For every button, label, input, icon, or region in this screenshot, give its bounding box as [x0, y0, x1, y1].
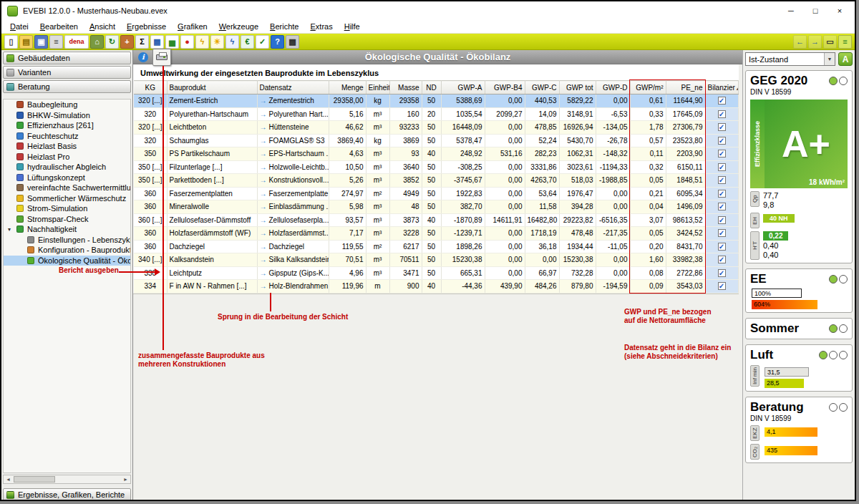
column-header-pe-ne[interactable]: PE_ne	[666, 81, 705, 94]
column-header-nd[interactable]: ND	[422, 81, 441, 94]
column-header-menge[interactable]: Menge	[329, 81, 366, 94]
variant-selector[interactable]: Ist-Zustand ▼	[745, 52, 835, 66]
tree-item-vereinfachte-sachwertermittlung[interactable]: vereinfachte Sachwertermittlung	[4, 183, 130, 193]
tree-item-ökologische-qualität-öko[interactable]: Ökologische Qualität - Öko...	[4, 256, 130, 266]
bilanzier-checkbox[interactable]: ✓	[718, 269, 726, 277]
bilanzier-checkbox[interactable]: ✓	[718, 110, 726, 118]
bilanzier-checkbox[interactable]: ✓	[718, 150, 726, 158]
table-row[interactable]: 360 [...]Zellulosefaser-Dämmstoff→Zellul…	[134, 213, 738, 227]
tree-item-bhkw-simulation[interactable]: BHKW-Simulation	[4, 110, 130, 121]
calculator-icon[interactable]: ▩	[286, 35, 299, 49]
scrollbar-thumb[interactable]	[14, 476, 55, 483]
tools-icon[interactable]: +	[120, 35, 134, 49]
column-header-gwp-tot[interactable]: GWP tot	[559, 81, 596, 94]
bilanzier-checkbox[interactable]: ✓	[718, 243, 726, 251]
table-row[interactable]: 350 [...]Filzunterlage [...]→Holzwolle-L…	[134, 160, 738, 174]
table-row[interactable]: 360Mineralwolle→Einblasdämmung ...5,98m³…	[134, 200, 738, 214]
table-row[interactable]: 334F in AW N - Rahmen [...]→Holz-Blendra…	[134, 280, 738, 294]
jump-to-layer-icon[interactable]: →	[260, 216, 267, 224]
bilanzier-checkbox[interactable]: ✓	[718, 190, 726, 198]
sidebar-section-beratung[interactable]: Beratung	[3, 80, 131, 93]
column-header-gwp-b4[interactable]: GWP-B4	[485, 81, 525, 94]
menu-ansicht[interactable]: Ansicht	[84, 21, 121, 32]
save-icon[interactable]: ▣	[34, 35, 48, 49]
tree-item-sommerlicher-wärmeschutz[interactable]: Sommerlicher Wärmeschutz	[4, 193, 130, 204]
table-row[interactable]: 320Polyurethan-Hartschaum→Polyurethan Ha…	[134, 107, 738, 121]
jump-to-layer-icon[interactable]: →	[260, 269, 267, 277]
new-document-icon[interactable]: ▯	[4, 35, 18, 49]
column-header-masse[interactable]: Masse	[389, 81, 422, 94]
info-icon[interactable]: i	[138, 52, 148, 62]
close-button[interactable]: ×	[828, 3, 852, 19]
column-header-bilanzier[interactable]: Bilanzier ▴	[705, 81, 738, 94]
chart-icon[interactable]: ▅	[165, 35, 179, 49]
jump-to-layer-icon[interactable]: →	[260, 176, 267, 184]
maximize-button[interactable]: □	[803, 3, 828, 19]
house-euro-icon[interactable]: €	[241, 35, 254, 49]
jump-to-layer-icon[interactable]: →	[260, 256, 267, 263]
print-icon[interactable]: ≡	[49, 35, 63, 49]
forward-icon[interactable]: →	[808, 35, 822, 49]
tree-item-lüftungskonzept[interactable]: Lüftungskonzept	[4, 173, 130, 183]
column-header-einheit[interactable]: Einheit	[366, 81, 389, 94]
energy-flash-icon[interactable]: ϟ	[195, 35, 209, 49]
jump-to-layer-icon[interactable]: →	[260, 97, 267, 105]
minimize-button[interactable]: ─	[779, 3, 803, 19]
tree-item-stromspar-check[interactable]: Stromspar-Check	[4, 214, 130, 225]
sum-icon[interactable]: Σ	[135, 35, 149, 49]
report-check-icon[interactable]: ✓	[256, 35, 269, 49]
column-header-bauprodukt[interactable]: Bauprodukt	[167, 81, 257, 94]
tree-item-einstellungen-lebenszyklus[interactable]: Einstellungen - Lebenszyklus	[4, 235, 130, 246]
column-header-kg[interactable]: KG	[134, 81, 167, 94]
refresh-icon[interactable]: ↻	[105, 35, 119, 49]
jump-to-layer-icon[interactable]: →	[260, 150, 267, 158]
help-icon[interactable]: ?	[271, 35, 284, 49]
menu-hilfe[interactable]: Hilfe	[339, 21, 366, 32]
expander-icon[interactable]: ▾	[8, 226, 11, 233]
bilanzier-checkbox[interactable]: ✓	[718, 163, 726, 171]
menu-grafiken[interactable]: Grafiken	[172, 21, 213, 32]
jump-to-layer-icon[interactable]: →	[260, 123, 267, 131]
power-icon[interactable]: ϟ	[225, 35, 239, 49]
table-row[interactable]: 350 [...]Parkettboden [...]→Konstruktion…	[134, 174, 738, 188]
table-row[interactable]: 340 [...]Kalksandstein→Silka Kalksandste…	[134, 253, 738, 267]
jump-to-layer-icon[interactable]: →	[260, 203, 267, 210]
bilanzier-checkbox[interactable]: ✓	[718, 97, 726, 105]
scroll-left-button[interactable]: ◄	[4, 477, 13, 482]
chevron-down-icon[interactable]: ▼	[824, 53, 835, 65]
tree-item-strom-simulation[interactable]: Strom-Simulation	[4, 203, 130, 214]
jump-to-layer-icon[interactable]: →	[260, 137, 267, 145]
bilanzier-checkbox[interactable]: ✓	[718, 123, 726, 131]
dena-logo[interactable]: dena	[64, 35, 89, 49]
column-header-gwp-d[interactable]: GWP-D	[596, 81, 630, 94]
print-report-button[interactable]	[152, 49, 171, 66]
jump-to-layer-icon[interactable]: →	[260, 190, 267, 198]
sidebar-section-gebaeudedaten[interactable]: Gebäudedaten	[3, 52, 131, 64]
table-row[interactable]: 360Faserzementplatten→Faserzementplatte2…	[134, 187, 738, 200]
table-row[interactable]: 320 [...]Leichtbeton→Hüttensteine46,62m³…	[134, 121, 738, 135]
table-row[interactable]: 350PS Partikelschaum→EPS-Hartschaum ...4…	[134, 147, 738, 161]
tree-item-baubegleitung[interactable]: Baubegleitung	[4, 100, 130, 110]
column-header-datensatz[interactable]: Datensatz	[257, 81, 329, 94]
menu-bearbeiten[interactable]: Bearbeiten	[34, 21, 84, 32]
tree-item-konfiguration-bauprodukte[interactable]: Konfiguration - Bauprodukte	[4, 245, 130, 256]
column-header-gwp-c[interactable]: GWP-C	[525, 81, 559, 94]
jump-to-layer-icon[interactable]: →	[260, 163, 267, 171]
menu-extras[interactable]: Extras	[304, 21, 338, 32]
bilanzier-checkbox[interactable]: ✓	[718, 282, 726, 290]
menu-datei[interactable]: Datei	[4, 21, 34, 32]
sun-icon[interactable]: ☀	[210, 35, 224, 49]
table-icon[interactable]: ▦	[150, 35, 164, 49]
comment-icon[interactable]: ●	[180, 35, 194, 49]
column-header-gwp-a[interactable]: GWP-A	[441, 81, 485, 94]
jump-to-layer-icon[interactable]: →	[260, 243, 267, 251]
table-row[interactable]: 320 [...]Zement-Estrich→Zementestrich293…	[134, 94, 738, 108]
tree-item-nachhaltigkeit[interactable]: ▾Nachhaltigkeit	[4, 224, 130, 235]
table-row[interactable]: 360Holzfaserdämmstoff (WF)→Holzfaserdämm…	[134, 227, 738, 241]
back-icon[interactable]: ←	[793, 35, 807, 49]
jump-to-layer-icon[interactable]: →	[260, 282, 267, 290]
table-row[interactable]: 360Dachziegel→Dachziegel119,55m²62175018…	[134, 240, 738, 253]
filter-icon[interactable]: ≡	[838, 35, 852, 49]
column-header-gwp-m-[interactable]: GWP/m²	[630, 81, 666, 94]
table-row[interactable]: 330Leichtputz→Gipsputz (Gips-K...4,96m³3…	[134, 266, 738, 280]
